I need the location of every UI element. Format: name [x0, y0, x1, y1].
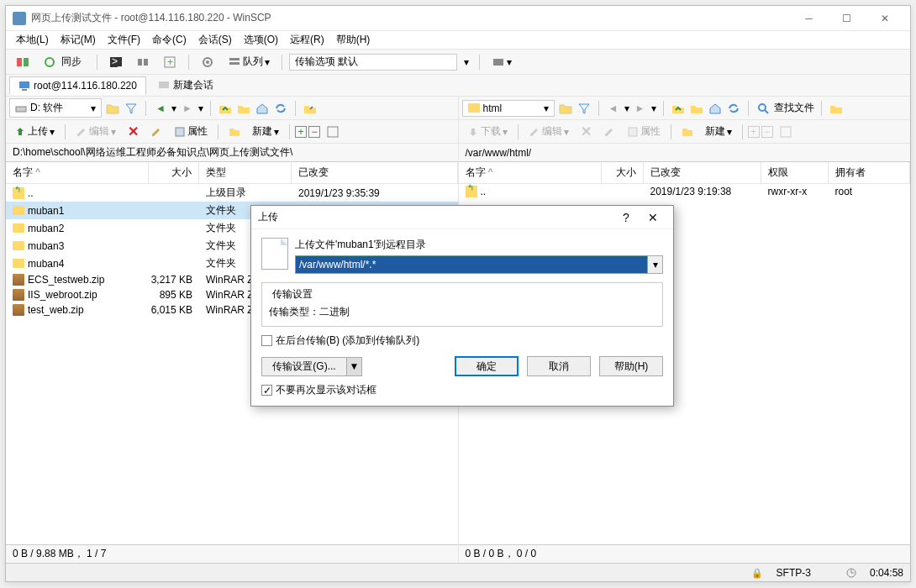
new-folder-icon-remote[interactable] — [676, 124, 698, 139]
menu-item[interactable]: 远程(R) — [285, 31, 329, 49]
transfer-options-dropdown[interactable]: 传输选项 默认 — [289, 54, 457, 71]
properties-button[interactable]: 属性 — [169, 123, 213, 140]
bookmark-icon[interactable] — [829, 101, 844, 116]
up-dir-icon[interactable] — [218, 101, 233, 116]
svg-rect-22 — [781, 127, 791, 137]
svg-point-9 — [206, 60, 209, 64]
edit-button[interactable]: 编辑 ▾ — [71, 123, 121, 140]
svg-rect-4 — [138, 59, 142, 66]
find-button[interactable] — [755, 101, 771, 116]
sync-button[interactable]: 同步 — [38, 51, 90, 72]
delete-icon[interactable]: ✕ — [123, 122, 144, 141]
help-button[interactable]: 帮助(H) — [599, 356, 663, 376]
local-drive-dropdown[interactable]: D: 软件▾ — [9, 98, 102, 118]
open-folder-icon[interactable] — [105, 101, 120, 116]
transfer-settings-group: 传输设置 传输类型：二进制 — [261, 282, 663, 327]
new-session-button[interactable]: 新建会话 — [150, 76, 222, 95]
dialog-close-icon[interactable]: ✕ — [640, 211, 666, 224]
dont-show-checkbox[interactable]: ✓ — [261, 385, 272, 396]
svg-rect-18 — [328, 127, 338, 137]
menu-item[interactable]: 命令(C) — [147, 31, 192, 49]
menu-item[interactable]: 会话(S) — [193, 31, 237, 49]
delete-icon-remote: ✕ — [576, 122, 597, 141]
root-icon[interactable] — [236, 101, 251, 116]
time-icon — [846, 568, 856, 578]
refresh-icon[interactable] — [273, 101, 288, 116]
cancel-button[interactable]: 取消 — [527, 356, 591, 376]
session-tabs: root@114.116.180.220 新建会话 — [6, 75, 910, 97]
zip-icon — [13, 304, 24, 316]
refresh-icon[interactable] — [726, 101, 741, 116]
forward-icon[interactable]: ► — [180, 101, 195, 116]
svg-rect-5 — [144, 59, 148, 66]
up-icon — [466, 186, 477, 197]
local-nav: D: 软件▾ ◄▾ ►▾ — [6, 97, 458, 120]
terminal-icon[interactable]: >_ — [104, 54, 128, 71]
rename-icon[interactable] — [145, 124, 167, 139]
root-icon[interactable] — [689, 101, 704, 116]
back-icon[interactable]: ◄ — [153, 101, 168, 116]
edit-button-remote: 编辑 ▾ — [524, 123, 574, 140]
sync-browse-icon[interactable] — [131, 54, 155, 71]
bookmark-icon[interactable] — [303, 101, 318, 116]
menu-item[interactable]: 帮助(H) — [331, 31, 376, 49]
menubar: 本地(L)标记(M)文件(F)命令(C)会话(S)选项(O)远程(R)帮助(H) — [6, 31, 910, 50]
svg-rect-11 — [229, 62, 240, 65]
svg-rect-0 — [17, 58, 22, 66]
home-icon[interactable] — [255, 101, 270, 116]
main-toolbar: 同步 >_ + 队列 ▾ 传输选项 默认▾ ▾ — [6, 50, 910, 75]
maximize-button[interactable]: ☐ — [828, 7, 866, 30]
dialog-help-icon[interactable]: ? — [613, 211, 640, 224]
svg-rect-15 — [159, 81, 169, 88]
open-folder-icon[interactable] — [558, 101, 573, 116]
folder-icon — [13, 259, 24, 268]
queue-button[interactable]: 队列 ▾ — [223, 53, 275, 71]
protocol-label: SFTP-3 — [776, 567, 811, 579]
add-command-icon[interactable]: + — [158, 54, 182, 71]
minus-icon[interactable]: − — [308, 126, 320, 138]
background-transfer-label: 在后台传输(B) (添加到传输队列) — [276, 333, 419, 348]
minimize-button[interactable]: ─ — [790, 7, 828, 30]
new-folder-icon[interactable] — [224, 124, 245, 139]
remote-drive-dropdown[interactable]: html▾ — [462, 100, 555, 117]
menu-item[interactable]: 本地(L) — [11, 31, 54, 49]
filter-icon[interactable] — [124, 101, 139, 116]
session-icon[interactable]: ▾ — [487, 54, 517, 71]
up-dir-icon[interactable] — [671, 101, 686, 116]
remote-nav: html▾ ◄▾ ►▾ 查找文件 — [459, 97, 911, 120]
svg-rect-1 — [24, 58, 29, 66]
svg-rect-17 — [176, 128, 184, 136]
background-transfer-checkbox[interactable] — [261, 335, 272, 346]
menu-item[interactable]: 文件(F) — [103, 31, 145, 49]
new-button[interactable]: 新建 ▾ — [247, 123, 284, 140]
svg-text:>_: >_ — [112, 55, 123, 67]
file-row[interactable]: ..上级目录2019/1/23 9:35:39 — [6, 184, 458, 202]
home-icon[interactable] — [708, 101, 723, 116]
remote-path-input[interactable] — [295, 255, 648, 274]
options-icon[interactable] — [196, 54, 219, 71]
close-button[interactable]: ✕ — [866, 7, 903, 30]
local-actions: 上传 ▾ 编辑 ▾ ✕ 属性 新建 ▾ + − — [6, 120, 458, 144]
new-button-remote[interactable]: 新建 ▾ — [700, 123, 737, 140]
forward-icon[interactable]: ► — [633, 101, 648, 116]
menu-item[interactable]: 选项(O) — [239, 31, 283, 49]
up-icon — [13, 187, 24, 199]
back-icon[interactable]: ◄ — [606, 101, 621, 116]
plus-icon-remote: + — [748, 126, 760, 138]
session-tab-active[interactable]: root@114.116.180.220 — [9, 76, 146, 95]
plus-icon[interactable]: + — [295, 126, 307, 138]
upload-button[interactable]: 上传 ▾ — [9, 123, 60, 140]
path-dropdown-icon[interactable]: ▾ — [648, 255, 663, 274]
app-icon — [13, 12, 26, 25]
filter-icon[interactable] — [576, 101, 592, 116]
select-all-icon[interactable] — [322, 124, 344, 139]
transfer-settings-dropdown[interactable]: 传输设置(G)... ▼ — [261, 357, 362, 376]
titlebar: 网页上传测试文件 - root@114.116.180.220 - WinSCP… — [6, 6, 910, 31]
monitor-icon — [18, 80, 30, 92]
compare-icon[interactable] — [11, 54, 34, 71]
ok-button[interactable]: 确定 — [455, 356, 519, 376]
menu-item[interactable]: 标记(M) — [55, 31, 101, 49]
dialog-label: 上传文件'muban1'到远程目录 — [295, 238, 663, 252]
file-icon — [261, 238, 288, 270]
file-row[interactable]: ..2019/1/23 9:19:38rwxr-xr-xroot — [459, 184, 911, 199]
